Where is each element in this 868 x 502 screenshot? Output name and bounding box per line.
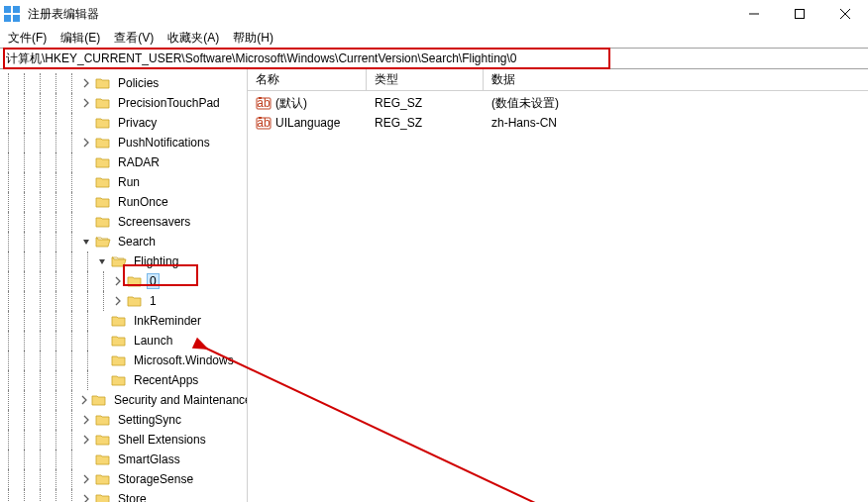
tree-item-label: Policies — [115, 75, 162, 91]
folder-icon — [95, 155, 111, 169]
folder-icon — [111, 254, 127, 268]
tree-item-label: RADAR — [115, 154, 163, 170]
expander-icon[interactable] — [79, 136, 93, 150]
tree-item[interactable]: Microsoft.Windows — [0, 351, 247, 370]
folder-icon — [95, 76, 111, 90]
folder-icon — [95, 492, 111, 502]
folder-icon — [95, 433, 111, 447]
string-value-icon: ab — [256, 95, 271, 111]
tree-item[interactable]: Run — [0, 172, 247, 192]
expander-icon[interactable] — [79, 433, 93, 447]
tree-item[interactable]: SmartGlass — [0, 450, 247, 469]
value-name: UILanguage — [275, 116, 375, 130]
expander-icon[interactable] — [79, 235, 93, 249]
tree-item-label: Run — [115, 174, 143, 190]
expander-icon[interactable] — [79, 472, 93, 486]
tree-item-label: Privacy — [115, 115, 160, 131]
svg-rect-0 — [4, 6, 11, 13]
tree-item[interactable]: Screensavers — [0, 212, 247, 232]
menu-help[interactable]: 帮助(H) — [233, 30, 273, 47]
svg-rect-5 — [796, 10, 805, 19]
expander-icon[interactable] — [79, 492, 93, 502]
folder-icon — [95, 215, 111, 229]
tree-item[interactable]: PrecisionTouchPad — [0, 93, 247, 113]
menu-fav[interactable]: 收藏夹(A) — [167, 30, 219, 47]
svg-rect-2 — [4, 15, 11, 22]
tree-item-label: Microsoft.Windows — [131, 352, 237, 368]
tree-item[interactable]: SettingSync — [0, 410, 247, 430]
tree-item-label: RunOnce — [115, 194, 171, 210]
tree-item-label: PushNotifications — [115, 135, 213, 151]
address-bar[interactable]: 计算机\HKEY_CURRENT_USER\Software\Microsoft… — [0, 48, 868, 69]
folder-icon — [95, 175, 111, 189]
expander-icon[interactable] — [79, 413, 93, 427]
folder-icon — [111, 314, 127, 328]
tree-item-label: Store — [115, 491, 150, 502]
value-row[interactable]: ab(默认)REG_SZ(数值未设置) — [248, 93, 868, 113]
expander-icon[interactable] — [79, 96, 93, 110]
tree-item-label: Security and Maintenance — [111, 392, 248, 408]
svg-rect-1 — [13, 6, 20, 13]
expander-icon[interactable] — [79, 76, 93, 90]
column-data[interactable]: 数据 — [484, 69, 868, 90]
tree-item[interactable]: Store — [0, 489, 247, 502]
value-type: REG_SZ — [375, 116, 491, 130]
regedit-icon — [4, 6, 20, 22]
tree-item-label: PrecisionTouchPad — [115, 95, 223, 111]
titlebar: 注册表编辑器 — [0, 0, 868, 28]
folder-icon — [95, 96, 111, 110]
value-data: zh-Hans-CN — [491, 116, 868, 130]
menu-edit[interactable]: 编辑(E) — [60, 30, 100, 47]
tree-item[interactable]: InkReminder — [0, 311, 247, 331]
folder-icon — [91, 393, 107, 407]
menu-file[interactable]: 文件(F) — [8, 30, 47, 47]
folder-icon — [95, 472, 111, 486]
address-path: 计算机\HKEY_CURRENT_USER\Software\Microsoft… — [6, 50, 517, 67]
tree-item[interactable]: RunOnce — [0, 192, 247, 212]
window-title: 注册表编辑器 — [26, 6, 731, 23]
maximize-button[interactable] — [777, 0, 822, 28]
tree-item-label: Search — [115, 234, 159, 250]
close-button[interactable] — [822, 0, 868, 28]
tree-item[interactable]: 0 — [0, 271, 247, 291]
folder-icon — [95, 452, 111, 466]
tree-item-label: 1 — [147, 293, 160, 309]
folder-icon — [95, 413, 111, 427]
values-panel[interactable]: 名称 类型 数据 ab(默认)REG_SZ(数值未设置)abUILanguage… — [248, 69, 868, 502]
tree-item[interactable]: Shell Extensions — [0, 430, 247, 450]
tree-item[interactable]: RecentApps — [0, 370, 247, 390]
tree-item[interactable]: Privacy — [0, 113, 247, 133]
tree-item-label: Launch — [131, 333, 175, 349]
tree-item[interactable]: Flighting — [0, 251, 247, 271]
expander-icon[interactable] — [111, 274, 125, 288]
column-name[interactable]: 名称 — [248, 69, 367, 90]
tree-item[interactable]: 1 — [0, 291, 247, 311]
folder-icon — [111, 334, 127, 348]
tree-item-label: SettingSync — [115, 412, 184, 428]
list-header[interactable]: 名称 类型 数据 — [248, 69, 868, 91]
tree-item[interactable]: PushNotifications — [0, 133, 247, 152]
value-data: (数值未设置) — [491, 95, 868, 112]
tree-item[interactable]: Security and Maintenance — [0, 390, 247, 410]
menu-view[interactable]: 查看(V) — [114, 30, 154, 47]
folder-icon — [111, 373, 127, 387]
tree-panel[interactable]: PoliciesPrecisionTouchPadPrivacyPushNoti… — [0, 69, 248, 502]
folder-icon — [95, 136, 111, 150]
minimize-button[interactable] — [731, 0, 777, 28]
tree-item[interactable]: Search — [0, 232, 247, 251]
tree-item[interactable]: StorageSense — [0, 469, 247, 489]
column-type[interactable]: 类型 — [367, 69, 484, 90]
tree-item-label: RecentApps — [131, 372, 201, 388]
value-row[interactable]: abUILanguageREG_SZzh-Hans-CN — [248, 113, 868, 133]
expander-icon[interactable] — [111, 294, 125, 308]
tree-item[interactable]: Policies — [0, 73, 247, 93]
folder-icon — [127, 294, 143, 308]
expander-icon[interactable] — [95, 254, 109, 268]
tree-item[interactable]: Launch — [0, 331, 247, 351]
tree-item-label: StorageSense — [115, 471, 196, 487]
tree-item[interactable]: RADAR — [0, 152, 247, 172]
folder-icon — [127, 274, 143, 288]
expander-icon[interactable] — [79, 393, 89, 407]
folder-icon — [95, 116, 111, 130]
tree-item-label: InkReminder — [131, 313, 204, 329]
